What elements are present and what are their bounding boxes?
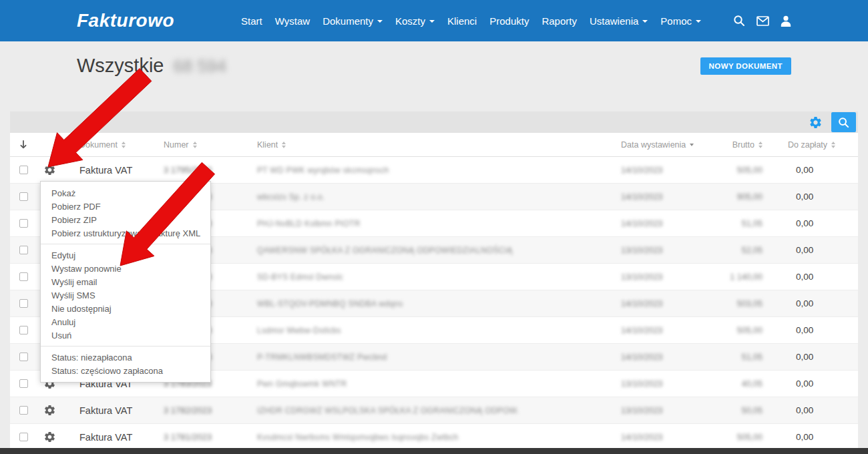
nav-item[interactable]: Dokumenty	[322, 15, 383, 27]
row-brutto-blurred: 51,05	[722, 219, 772, 228]
row-due-amount: 0,00	[772, 352, 858, 362]
row-client-blurred: Pwn Gmqbswmk WNTR	[248, 379, 612, 389]
new-document-button[interactable]: NOWY DOKUMENT	[700, 57, 791, 75]
table-row: Faktura VAT 3 1782/2023 IZHDR CDRGWZ WSL…	[10, 397, 858, 424]
row-client-blurred: SD-BYS Edmsl Dwnslc	[248, 272, 612, 282]
row-due-amount: 0,00	[772, 325, 858, 335]
row-client-blurred: WBL-STQOV-PDMNBQ SNDBA wdqns	[248, 299, 612, 308]
context-menu-item[interactable]: Wyślij SMS	[41, 288, 210, 302]
page-title: Wszystkie 68 594	[77, 55, 226, 77]
sort-direction-icon[interactable]	[10, 140, 37, 150]
row-gear-icon[interactable]	[43, 164, 56, 176]
row-brutto-blurred: 503,05	[722, 299, 772, 308]
nav-item[interactable]: Raporty	[541, 15, 577, 27]
column-header-data-wystawienia[interactable]: Data wystawienia	[612, 140, 722, 150]
search-icon	[838, 117, 849, 128]
row-checkbox[interactable]	[19, 406, 28, 415]
nav-item[interactable]: Koszty	[395, 15, 435, 27]
row-checkbox[interactable]	[19, 299, 28, 308]
table-row: Faktura VAT 3 1795/2023 PT WD PWK wyrqbó…	[10, 157, 858, 184]
column-header-klient[interactable]: Klient	[248, 140, 612, 150]
nav-item-label: Koszty	[395, 15, 425, 27]
row-gear-icon[interactable]	[43, 404, 56, 417]
row-due-amount: 0,00	[772, 165, 858, 175]
context-menu-item[interactable]: Status: niezapłacona	[41, 351, 210, 364]
nav-item-label: Start	[241, 15, 262, 27]
chevron-down-icon	[642, 20, 648, 23]
row-client-blurred: IZHDR CDRGWZ WSLPOLSKA SPÓŁKA Z OGRANICZ…	[248, 406, 612, 415]
row-checkbox[interactable]	[19, 166, 28, 174]
column-header-brutto[interactable]: Brutto	[722, 140, 772, 150]
nav-item[interactable]: Ustawienia	[590, 15, 648, 27]
row-client-blurred: Kvsdmcsl Nwrbsms Wmtqsmvqbws lsqnsvqbs Z…	[248, 433, 612, 442]
nav-item[interactable]: Produkty	[489, 15, 529, 27]
row-checkbox[interactable]	[19, 379, 28, 388]
sort-icon	[193, 142, 197, 148]
context-menu-item[interactable]: Edytuj	[41, 248, 210, 262]
context-menu-item[interactable]: Anuluj	[41, 315, 210, 328]
row-date-blurred: 13/10/2023	[612, 379, 722, 389]
row-date-blurred: 13/10/2023	[612, 406, 722, 415]
search-icon[interactable]	[733, 15, 745, 27]
row-due-amount: 0,00	[772, 405, 858, 415]
nav-items: Start Wystaw Dokumenty Koszty Klienci Pr…	[241, 15, 701, 27]
nav-item-label: Pomoc	[660, 15, 692, 27]
row-due-amount: 0,00	[772, 272, 858, 282]
column-header-numer[interactable]: Numer	[154, 140, 248, 150]
row-checkbox[interactable]	[19, 272, 28, 281]
row-due-amount: 0,00	[772, 192, 858, 202]
row-client-blurred: QAWERSNW SPÓŁKA Z OGRANICZONĄ ODPOWIEDZI…	[248, 246, 612, 255]
nav-item[interactable]: Wystaw	[275, 15, 310, 27]
row-client-blurred: Lsdmsr Mwbw-Dstlcbs	[248, 326, 612, 335]
sort-icon	[282, 142, 286, 148]
row-document-type: Faktura VAT	[70, 432, 154, 443]
context-menu-item[interactable]: Pobierz ZIP	[41, 213, 210, 226]
row-number-blurred: 3 1795/2023	[154, 165, 248, 175]
sort-desc-icon	[690, 144, 694, 146]
row-date-blurred: 14/10/2023	[612, 192, 722, 202]
row-document-type: Faktura VAT	[70, 405, 154, 416]
row-checkbox[interactable]	[19, 433, 28, 441]
row-brutto-blurred: 505,00	[722, 433, 772, 442]
row-client-blurred: P-TRMKLNWBSMDSTWZ Pwcbnd	[248, 353, 612, 362]
table-settings-gear-icon[interactable]	[809, 116, 823, 130]
context-menu-item[interactable]: Wyślij email	[41, 275, 210, 288]
context-menu-item[interactable]: Pobierz PDF	[41, 200, 210, 213]
column-header-dokument[interactable]: Dokument	[70, 140, 154, 150]
row-checkbox[interactable]	[19, 246, 28, 254]
row-date-blurred: 13/10/2023	[612, 272, 722, 282]
context-menu-item[interactable]: Wystaw ponownie	[41, 262, 210, 275]
sort-icon	[758, 142, 763, 148]
page-head: Wszystkie 68 594 NOWY DOKUMENT	[0, 41, 868, 111]
brand-logo[interactable]: Fakturowo	[77, 10, 174, 31]
table-search-button[interactable]	[831, 112, 856, 132]
row-checkbox[interactable]	[19, 219, 28, 228]
user-icon[interactable]	[781, 15, 791, 27]
chevron-down-icon	[696, 20, 701, 23]
column-header-do-zaplaty[interactable]: Do zapłaty	[772, 140, 858, 150]
nav-item[interactable]: Klienci	[447, 15, 477, 27]
row-due-amount: 0,00	[772, 432, 858, 442]
top-navbar: Fakturowo Start Wystaw Dokumenty Koszty …	[0, 0, 868, 41]
row-due-amount: 0,00	[772, 218, 858, 228]
context-menu-item[interactable]: Nie udostępniaj	[41, 302, 210, 315]
row-due-amount: 0,00	[772, 379, 858, 389]
context-menu-item[interactable]: Status: częściowo zapłacona	[41, 364, 210, 377]
context-menu-item[interactable]: Usuń	[41, 328, 210, 342]
context-menu-item[interactable]: Pobierz ustrukturyzowaną fakturę XML	[41, 226, 210, 240]
row-brutto-blurred: 51,05	[722, 353, 772, 362]
mail-icon[interactable]	[756, 16, 769, 26]
context-menu-item[interactable]: Pokaż	[41, 186, 210, 200]
row-checkbox[interactable]	[19, 192, 28, 201]
menu-separator	[41, 244, 210, 244]
row-gear-icon[interactable]	[43, 431, 56, 443]
row-brutto-blurred: 905,00	[722, 192, 772, 202]
table-row: Faktura VAT 3 1781/2023 Kvsdmcsl Nwrbsms…	[10, 424, 858, 451]
nav-item[interactable]: Start	[241, 15, 262, 27]
row-checkbox[interactable]	[19, 326, 28, 334]
row-checkbox[interactable]	[19, 353, 28, 361]
row-date-blurred: 14/10/2023	[612, 219, 722, 228]
table-header-row: Dokument Numer Klient Data wystawienia B…	[10, 133, 858, 157]
row-number-blurred: 3 1781/2023	[154, 432, 248, 442]
nav-item[interactable]: Pomoc	[660, 15, 701, 27]
